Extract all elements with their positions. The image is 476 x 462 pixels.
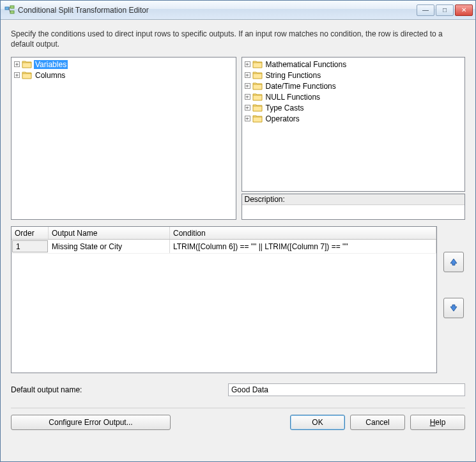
help-button[interactable]: Help xyxy=(410,415,465,430)
description-header: Description: xyxy=(242,194,465,205)
app-icon xyxy=(4,5,15,15)
expander-icon[interactable]: + xyxy=(245,83,250,89)
cancel-button[interactable]: Cancel xyxy=(350,415,405,430)
button-label: Help xyxy=(430,418,446,427)
column-header-condition[interactable]: Condition xyxy=(170,227,436,239)
maximize-icon: □ xyxy=(443,6,447,13)
svg-rect-0 xyxy=(5,7,9,10)
ok-button[interactable]: OK xyxy=(290,415,345,430)
configure-error-output-button[interactable]: Configure Error Output... xyxy=(11,415,171,430)
tree-label: Type Casts xyxy=(265,104,305,112)
svg-rect-2 xyxy=(10,11,14,13)
content-area: Specify the conditions used to direct in… xyxy=(1,20,475,461)
tree-item-type-casts[interactable]: + Type Casts xyxy=(242,102,465,113)
folder-icon xyxy=(252,82,263,90)
tree-label: String Functions xyxy=(265,71,323,80)
default-output-label: Default output name: xyxy=(11,385,222,394)
cell-order[interactable]: 1 xyxy=(12,240,48,252)
minimize-button[interactable]: — xyxy=(417,4,434,16)
folder-icon xyxy=(252,60,263,68)
conditions-area: Order Output Name Condition 1 Missing St… xyxy=(11,226,465,373)
default-output-row: Default output name: xyxy=(11,383,465,396)
expander-icon[interactable]: + xyxy=(245,72,250,78)
separator xyxy=(11,408,465,408)
window-title: Conditional Split Transformation Editor xyxy=(18,6,417,15)
folder-icon xyxy=(22,60,32,68)
instruction-text: Specify the conditions used to direct in… xyxy=(11,29,465,49)
tree-label: Variables xyxy=(34,60,68,69)
grid-header: Order Output Name Condition xyxy=(12,227,436,240)
tree-item-math-functions[interactable]: + Mathematical Functions xyxy=(242,59,465,70)
folder-icon xyxy=(252,93,263,101)
column-header-order[interactable]: Order xyxy=(12,227,49,239)
expander-icon[interactable]: + xyxy=(245,116,250,121)
tree-item-datetime-functions[interactable]: + Date/Time Functions xyxy=(242,81,465,91)
cell-condition[interactable]: LTRIM([Column 6]) == "" || LTRIM([Column… xyxy=(170,240,436,253)
folder-icon xyxy=(22,71,32,79)
editor-window: Conditional Split Transformation Editor … xyxy=(0,0,476,462)
button-label: Configure Error Output... xyxy=(49,418,132,427)
upper-panels: + Variables + Columns + xyxy=(11,57,465,220)
cell-output-name[interactable]: Missing State or City xyxy=(49,240,170,253)
variables-columns-tree[interactable]: + Variables + Columns xyxy=(11,57,236,220)
functions-column: + Mathematical Functions + String Functi… xyxy=(242,57,466,220)
expander-icon[interactable]: + xyxy=(245,105,250,111)
arrow-down-icon xyxy=(449,304,458,312)
maximize-button[interactable]: □ xyxy=(436,4,454,16)
tree-item-columns[interactable]: + Columns xyxy=(12,70,236,81)
conditions-grid[interactable]: Order Output Name Condition 1 Missing St… xyxy=(11,226,437,373)
tree-item-variables[interactable]: + Variables xyxy=(12,59,236,70)
folder-icon xyxy=(252,114,263,123)
close-icon: ✕ xyxy=(461,6,466,13)
expander-icon[interactable]: + xyxy=(245,94,250,100)
column-header-output-name[interactable]: Output Name xyxy=(49,227,170,239)
expander-icon[interactable]: + xyxy=(14,72,20,78)
grid-row[interactable]: 1 Missing State or City LTRIM([Column 6]… xyxy=(12,240,436,254)
minimize-icon: — xyxy=(422,6,429,13)
tree-label: Columns xyxy=(34,71,66,80)
footer-buttons: Configure Error Output... OK Cancel Help xyxy=(11,415,465,430)
tree-item-operators[interactable]: + Operators xyxy=(242,113,465,124)
reorder-buttons xyxy=(443,226,465,373)
arrow-up-icon xyxy=(449,258,458,266)
description-panel: Description: xyxy=(242,194,466,220)
close-button[interactable]: ✕ xyxy=(455,4,473,16)
description-body xyxy=(242,205,465,219)
move-down-button[interactable] xyxy=(443,298,464,318)
button-label: Cancel xyxy=(365,418,389,427)
move-up-button[interactable] xyxy=(443,252,464,272)
window-controls: — □ ✕ xyxy=(417,4,475,16)
folder-icon xyxy=(252,71,263,79)
tree-label: NULL Functions xyxy=(265,93,322,102)
tree-label: Date/Time Functions xyxy=(265,82,337,91)
button-label: OK xyxy=(312,418,323,427)
tree-label: Mathematical Functions xyxy=(265,60,348,69)
svg-line-4 xyxy=(9,8,10,12)
expander-icon[interactable]: + xyxy=(14,61,20,67)
tree-item-string-functions[interactable]: + String Functions xyxy=(242,70,465,81)
tree-label: Operators xyxy=(265,114,301,123)
title-bar[interactable]: Conditional Split Transformation Editor … xyxy=(1,1,475,20)
default-output-input[interactable] xyxy=(228,383,465,396)
svg-rect-1 xyxy=(10,6,14,8)
functions-tree[interactable]: + Mathematical Functions + String Functi… xyxy=(242,57,466,192)
expander-icon[interactable]: + xyxy=(245,61,250,67)
folder-icon xyxy=(252,104,263,112)
tree-item-null-functions[interactable]: + NULL Functions xyxy=(242,91,465,102)
